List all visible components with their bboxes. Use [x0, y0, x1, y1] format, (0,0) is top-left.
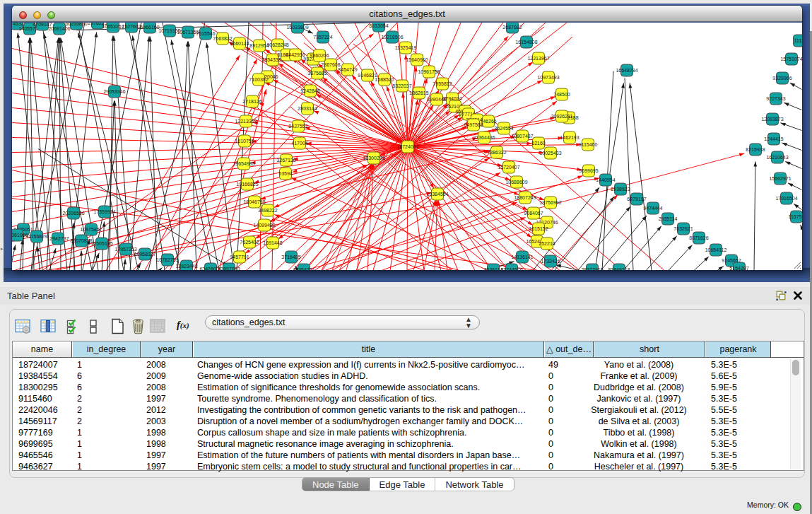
- svg-text:16046798: 16046798: [243, 199, 265, 204]
- svg-text:19166825: 19166825: [236, 182, 258, 187]
- svg-text:3498222: 3498222: [258, 208, 277, 213]
- svg-text:11156829: 11156829: [26, 234, 47, 239]
- svg-text:116753: 116753: [789, 214, 802, 219]
- svg-text:10975857: 10975857: [80, 227, 102, 232]
- svg-text:90628248: 90628248: [266, 42, 288, 47]
- svg-text:9457791: 9457791: [230, 255, 249, 259]
- svg-text:53594: 53594: [278, 171, 293, 176]
- svg-text:7515546: 7515546: [196, 31, 215, 36]
- svg-text:12093873: 12093873: [761, 117, 783, 122]
- svg-text:28377915: 28377915: [581, 267, 603, 270]
- svg-text:2935114: 2935114: [659, 216, 678, 221]
- svg-text:16543382: 16543382: [261, 57, 283, 62]
- svg-text:19756992: 19756992: [539, 200, 561, 205]
- svg-text:417004: 417004: [291, 141, 307, 146]
- svg-text:2687682: 2687682: [502, 25, 522, 30]
- svg-text:5154287: 5154287: [729, 266, 748, 270]
- svg-text:8322037: 8322037: [392, 83, 411, 88]
- svg-text:15640910: 15640910: [406, 57, 428, 62]
- svg-text:9084067: 9084067: [524, 211, 543, 216]
- svg-text:10961758: 10961758: [418, 69, 440, 74]
- svg-text:15720407: 15720407: [498, 165, 519, 170]
- svg-text:6966160: 6966160: [140, 25, 159, 30]
- svg-text:18807249: 18807249: [514, 195, 536, 200]
- svg-text:8215938: 8215938: [746, 147, 765, 152]
- svg-text:8938923: 8938923: [611, 187, 630, 192]
- svg-text:15751074: 15751074: [780, 57, 802, 62]
- svg-text:1527602: 1527602: [122, 24, 141, 29]
- svg-text:7955812: 7955812: [433, 81, 452, 86]
- svg-text:1610755: 1610755: [235, 139, 254, 144]
- svg-text:6497568: 6497568: [464, 122, 483, 127]
- svg-text:8427552: 8427552: [288, 124, 307, 129]
- svg-text:89070818: 89070818: [70, 238, 92, 243]
- svg-text:3875685: 3875685: [307, 71, 326, 76]
- svg-text:16648784: 16648784: [616, 68, 637, 73]
- svg-text:29053346: 29053346: [103, 89, 125, 94]
- svg-text:2803144: 2803144: [298, 106, 317, 111]
- svg-text:66255890: 66255890: [65, 23, 87, 26]
- svg-text:8813054: 8813054: [369, 23, 388, 28]
- svg-text:21364436: 21364436: [473, 135, 495, 140]
- svg-text:12942737: 12942737: [47, 236, 69, 241]
- svg-text:10807487: 10807487: [511, 134, 533, 139]
- svg-text:1440954: 1440954: [596, 177, 615, 182]
- svg-text:16210643: 16210643: [766, 155, 788, 160]
- svg-text:1462193: 1462193: [560, 135, 579, 140]
- svg-text:17359924: 17359924: [93, 209, 115, 214]
- svg-text:18724007: 18724007: [396, 144, 418, 149]
- svg-text:62160: 62160: [531, 141, 546, 146]
- svg-text:748500: 748500: [553, 92, 570, 97]
- svg-text:8454749: 8454749: [338, 67, 357, 72]
- svg-text:10654112: 10654112: [705, 247, 727, 252]
- svg-text:10688609: 10688609: [505, 180, 527, 185]
- svg-text:17016504: 17016504: [775, 196, 797, 201]
- svg-text:10958117: 10958117: [134, 252, 156, 257]
- svg-text:9329966: 9329966: [772, 76, 792, 81]
- svg-text:14136141: 14136141: [511, 255, 533, 259]
- svg-text:7625402: 7625402: [240, 240, 259, 245]
- svg-text:9860206: 9860206: [310, 53, 329, 58]
- svg-text:1362615: 1362615: [409, 90, 428, 95]
- svg-text:20691406: 20691406: [48, 26, 70, 31]
- svg-text:18300295: 18300295: [363, 156, 384, 160]
- svg-text:14099489: 14099489: [253, 223, 275, 228]
- svg-text:2718126: 2718126: [242, 99, 261, 104]
- svg-text:16033809: 16033809: [286, 25, 308, 30]
- svg-text:12923448: 12923448: [175, 264, 197, 269]
- svg-text:16154808: 16154808: [515, 40, 537, 45]
- svg-text:7663822: 7663822: [213, 36, 232, 41]
- svg-text:19654985: 19654985: [233, 161, 254, 166]
- svg-text:18354761: 18354761: [293, 267, 314, 270]
- svg-text:19384554: 19384554: [426, 192, 448, 197]
- svg-text:19218506: 19218506: [381, 35, 403, 40]
- svg-text:9227343: 9227343: [766, 96, 785, 101]
- svg-text:83849218: 83849218: [608, 267, 630, 270]
- svg-text:15692971: 15692971: [769, 176, 791, 181]
- svg-text:1615152: 1615152: [529, 226, 548, 231]
- svg-text:1588520: 1588520: [375, 77, 394, 82]
- svg-text:11325419: 11325419: [395, 45, 417, 50]
- svg-text:10653267: 10653267: [102, 24, 124, 29]
- svg-text:6879197: 6879197: [627, 197, 646, 201]
- svg-text:12213369: 12213369: [235, 119, 257, 124]
- svg-text:12213967: 12213967: [527, 56, 549, 61]
- svg-text:1691448: 1691448: [263, 240, 282, 245]
- svg-text:7100362: 7100362: [249, 77, 268, 82]
- svg-text:3267130: 3267130: [276, 158, 295, 163]
- svg-text:12505135: 12505135: [90, 241, 112, 246]
- svg-text:83744576: 83744576: [500, 267, 522, 270]
- svg-text:1244415: 1244415: [764, 136, 783, 141]
- svg-text:9660124: 9660124: [230, 41, 249, 46]
- svg-text:17957253: 17957253: [114, 247, 136, 252]
- svg-text:9115460: 9115460: [579, 142, 598, 147]
- svg-text:20206536: 20206536: [62, 211, 84, 216]
- svg-text:7386322: 7386322: [487, 150, 506, 155]
- svg-text:9699695: 9699695: [579, 168, 598, 173]
- svg-text:1733426: 1733426: [541, 259, 560, 264]
- svg-text:9242848: 9242848: [300, 88, 319, 93]
- svg-text:7357224: 7357224: [313, 35, 332, 40]
- svg-text:2867608: 2867608: [321, 62, 340, 67]
- svg-text:1112: 1112: [794, 38, 802, 43]
- svg-text:10973493: 10973493: [537, 75, 559, 80]
